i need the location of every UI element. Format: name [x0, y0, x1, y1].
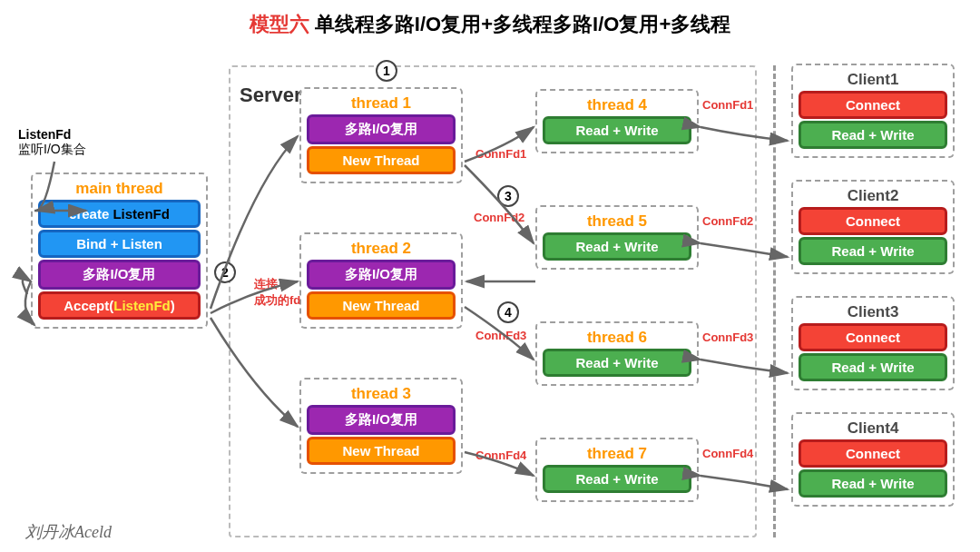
thread-5-group: thread 5 Read + Write: [535, 205, 699, 270]
thread-4-rw: Read + Write: [543, 116, 691, 144]
conn-fd1-a: ConnFd1: [475, 147, 526, 161]
title-rest: 单线程多路I/O复用+多线程多路I/O复用+多线程: [309, 13, 730, 35]
thread-3-title: thread 3: [307, 385, 456, 403]
thread-6-title: thread 6: [543, 329, 691, 347]
thread-2-group: thread 2 多路I/O复用 New Thread: [299, 232, 463, 329]
thread-3-new: New Thread: [307, 437, 456, 465]
client-4-title: Client4: [799, 419, 947, 438]
conn-fd3-a: ConnFd3: [475, 329, 526, 342]
thread-1-group: thread 1 多路I/O复用 New Thread: [299, 87, 463, 183]
client-1-connect: Connect: [799, 91, 947, 119]
thread-1-new: New Thread: [307, 146, 456, 174]
thread-4-group: thread 4 Read + Write: [535, 89, 699, 153]
client-3-rw: Read + Write: [799, 353, 947, 381]
conn-fd4-b: ConnFd4: [702, 447, 753, 460]
thread-6-group: thread 6 Read + Write: [535, 321, 699, 386]
thread-7-group: thread 7 Read + Write: [535, 438, 699, 502]
signature: 刘丹冰Aceld: [25, 521, 112, 543]
server-label: Server: [240, 84, 302, 107]
client-3-group: Client3 Connect Read + Write: [791, 296, 955, 390]
client-4-rw: Read + Write: [799, 469, 947, 498]
client-4-connect: Connect: [799, 439, 947, 468]
bind-listen: Bind + Listen: [38, 230, 201, 258]
thread-1-title: thread 1: [307, 94, 456, 113]
create-listenfd: create ListenFd: [38, 200, 201, 228]
main-thread-title: main thread: [38, 180, 201, 198]
thread-2-title: thread 2: [307, 240, 456, 258]
link-ok: 连接 成功的fd: [254, 276, 300, 309]
client-2-title: Client2: [799, 187, 947, 205]
client-2-rw: Read + Write: [799, 237, 947, 265]
client-3-connect: Connect: [799, 323, 947, 351]
accept-listenfd: Accept(ListenFd): [38, 291, 201, 320]
main-io-multiplex: 多路I/O复用: [38, 260, 201, 290]
client-2-group: Client2 Connect Read + Write: [791, 180, 955, 274]
thread-3-group: thread 3 多路I/O复用 New Thread: [299, 378, 463, 474]
thread-4-title: thread 4: [543, 96, 691, 114]
conn-fd3-b: ConnFd3: [702, 330, 753, 344]
thread-5-rw: Read + Write: [543, 232, 691, 261]
step-3: 3: [497, 185, 519, 207]
client-2-connect: Connect: [799, 207, 947, 235]
listenfd-label: ListenFd 监听I/O集合: [18, 127, 86, 158]
client-1-rw: Read + Write: [799, 121, 947, 149]
diagram-title: 模型六 单线程多路I/O复用+多线程多路I/O复用+多线程: [0, 0, 980, 38]
thread-7-rw: Read + Write: [543, 465, 691, 493]
conn-fd1-b: ConnFd1: [702, 98, 753, 112]
thread-1-io: 多路I/O复用: [307, 114, 456, 144]
main-thread-group: main thread create ListenFd Bind + Liste…: [31, 172, 208, 329]
client-4-group: Client4 Connect Read + Write: [791, 412, 955, 507]
thread-5-title: thread 5: [543, 212, 691, 231]
thread-6-rw: Read + Write: [543, 349, 691, 377]
client-1-group: Client1 Connect Read + Write: [791, 64, 955, 158]
thread-3-io: 多路I/O复用: [307, 405, 456, 435]
client-1-title: Client1: [799, 71, 947, 89]
client-3-title: Client3: [799, 303, 947, 321]
step-2: 2: [214, 261, 236, 283]
step-4: 4: [497, 301, 519, 323]
divider: [773, 65, 776, 537]
thread-2-new: New Thread: [307, 291, 456, 320]
thread-7-title: thread 7: [543, 445, 691, 463]
conn-fd2-a: ConnFd2: [474, 211, 524, 224]
conn-fd4-a: ConnFd4: [475, 448, 526, 462]
thread-2-io: 多路I/O复用: [307, 260, 456, 290]
conn-fd2-b: ConnFd2: [702, 214, 753, 228]
step-1: 1: [376, 60, 397, 82]
title-prefix: 模型六: [250, 13, 309, 35]
